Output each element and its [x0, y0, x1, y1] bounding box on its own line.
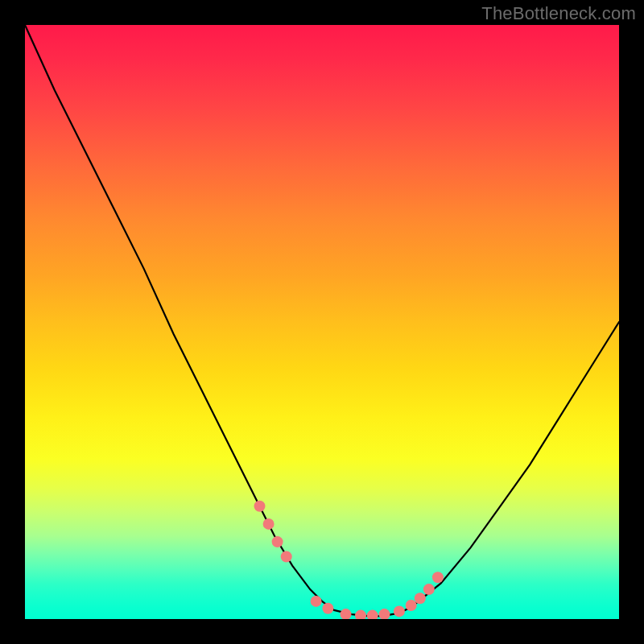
highlight-dot — [423, 584, 435, 595]
highlight-dot — [272, 536, 283, 547]
highlight-dot — [254, 501, 266, 512]
curve-svg — [25, 25, 619, 619]
watermark-text: TheBottleneck.com — [481, 3, 636, 24]
highlight-dot — [341, 609, 352, 619]
highlight-dot — [432, 572, 444, 583]
highlight-dots-group — [254, 501, 444, 619]
highlight-dot — [394, 605, 405, 617]
highlight-dot — [311, 596, 322, 607]
highlight-dot — [263, 518, 275, 530]
chart-container: TheBottleneck.com — [0, 0, 644, 644]
highlight-dot — [415, 592, 426, 604]
highlight-dot — [406, 600, 417, 611]
bottleneck-curve-path — [25, 25, 619, 616]
highlight-dot — [379, 609, 390, 619]
plot-area — [25, 25, 619, 619]
highlight-dot — [281, 551, 292, 563]
highlight-dot — [322, 603, 333, 614]
highlight-dot — [355, 610, 366, 619]
highlight-dot — [367, 610, 378, 619]
